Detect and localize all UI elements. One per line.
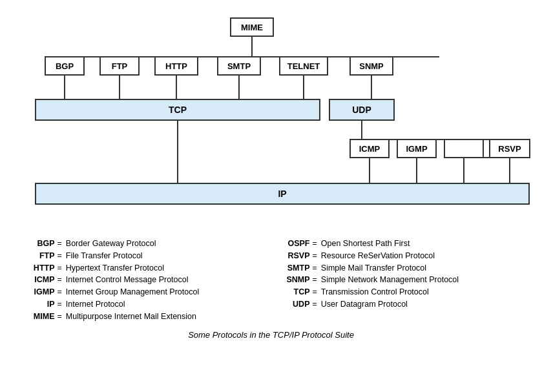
eq-udp: = bbox=[313, 298, 317, 311]
icmp-label: ICMP bbox=[359, 144, 380, 154]
eq-rsvp: = bbox=[313, 250, 317, 262]
caption: Some Protocols in the TCP/IP Protocol Su… bbox=[188, 330, 354, 340]
abbr-smtp: SMTP bbox=[281, 262, 310, 274]
full-icmp: Internet Control Message Protocol bbox=[66, 274, 189, 286]
legend-bgp: BGP = Border Gateway Protocol bbox=[26, 238, 262, 250]
ip-label: IP bbox=[278, 189, 286, 199]
eq-mime: = bbox=[57, 311, 62, 323]
eq-http: = bbox=[57, 262, 62, 274]
bgp-label: BGP bbox=[55, 61, 74, 71]
legend-mime: MIME = Multipurpose Internet Mail Extens… bbox=[26, 311, 262, 323]
full-udp: User Datagram Protocol bbox=[321, 298, 408, 311]
eq-ip: = bbox=[57, 298, 62, 311]
legend-snmp: SNMP = Simple Network Management Protoco… bbox=[281, 274, 517, 286]
full-ospf: Open Shortest Path First bbox=[321, 238, 410, 250]
abbr-tcp: TCP bbox=[281, 286, 310, 298]
legend-rsvp: RSVP = Resource ReSerVation Protocol bbox=[281, 250, 517, 262]
legend-right-col: OSPF = Open Shortest Path First RSVP = R… bbox=[281, 238, 517, 322]
eq-tcp: = bbox=[313, 286, 317, 298]
mime-label: MIME bbox=[241, 23, 263, 32]
abbr-icmp: ICMP bbox=[26, 274, 55, 286]
full-mime: Multipurpose Internet Mail Extension bbox=[66, 311, 196, 323]
abbr-ftp: FTP bbox=[26, 250, 55, 262]
ftp-label: FTP bbox=[111, 61, 127, 71]
snmp-label: SNMP bbox=[359, 61, 384, 71]
full-ftp: File Transfer Protocol bbox=[66, 250, 143, 262]
abbr-igmp: IGMP bbox=[26, 286, 55, 298]
legend-smtp: SMTP = Simple Mail Transfer Protocol bbox=[281, 262, 517, 274]
abbr-http: HTTP bbox=[26, 262, 55, 274]
igmp-label: IGMP bbox=[406, 144, 428, 154]
abbr-rsvp: RSVP bbox=[281, 250, 310, 262]
eq-snmp: = bbox=[313, 274, 317, 286]
abbr-ospf: OSPF bbox=[281, 238, 310, 250]
udp-label: UDP bbox=[352, 105, 371, 115]
abbr-snmp: SNMP bbox=[281, 274, 310, 286]
full-bgp: Border Gateway Protocol bbox=[66, 238, 156, 250]
legend-http: HTTP = Hypertext Transfer Protocol bbox=[26, 262, 262, 274]
http-label: HTTP bbox=[165, 61, 187, 71]
abbr-mime: MIME bbox=[26, 311, 55, 323]
eq-bgp: = bbox=[57, 238, 62, 250]
legend-ospf: OSPF = Open Shortest Path First bbox=[281, 238, 517, 250]
svg-rect-23 bbox=[444, 139, 483, 158]
smtp-label: SMTP bbox=[227, 61, 250, 71]
full-ip: Internet Protocol bbox=[66, 298, 125, 311]
eq-ospf: = bbox=[313, 238, 317, 250]
legend-tcp: TCP = Transmission Control Protocol bbox=[281, 286, 517, 298]
full-igmp: Internet Group Management Protocol bbox=[66, 286, 199, 298]
full-snmp: Simple Network Management Protocol bbox=[321, 274, 459, 286]
full-tcp: Transmission Control Protocol bbox=[321, 286, 429, 298]
rsvp-label: RSVP bbox=[498, 144, 521, 154]
legend-udp: UDP = User Datagram Protocol bbox=[281, 298, 517, 311]
eq-icmp: = bbox=[57, 274, 62, 286]
telnet-label: TELNET bbox=[287, 61, 320, 71]
diagram-wrapper: MIME BGP FTP HTTP SMTP TELNET SNMP bbox=[19, 13, 523, 340]
full-smtp: Simple Mail Transfer Protocol bbox=[321, 262, 426, 274]
legend-igmp: IGMP = Internet Group Management Protoco… bbox=[26, 286, 262, 298]
legend-ip: IP = Internet Protocol bbox=[26, 298, 262, 311]
abbr-udp: UDP bbox=[281, 298, 310, 311]
abbr-ip: IP bbox=[26, 298, 55, 311]
legend-icmp: ICMP = Internet Control Message Protocol bbox=[26, 274, 262, 286]
legend-ftp: FTP = File Transfer Protocol bbox=[26, 250, 262, 262]
tcp-label: TCP bbox=[169, 105, 187, 115]
full-rsvp: Resource ReSerVation Protocol bbox=[321, 250, 435, 262]
eq-igmp: = bbox=[57, 286, 62, 298]
abbr-bgp: BGP bbox=[26, 238, 55, 250]
eq-smtp: = bbox=[313, 262, 317, 274]
full-http: Hypertext Transfer Protocol bbox=[66, 262, 164, 274]
eq-ftp: = bbox=[57, 250, 62, 262]
legend-left-col: BGP = Border Gateway Protocol FTP = File… bbox=[26, 238, 262, 322]
legend-container: BGP = Border Gateway Protocol FTP = File… bbox=[26, 238, 517, 322]
protocol-diagram: MIME BGP FTP HTTP SMTP TELNET SNMP bbox=[26, 13, 517, 226]
